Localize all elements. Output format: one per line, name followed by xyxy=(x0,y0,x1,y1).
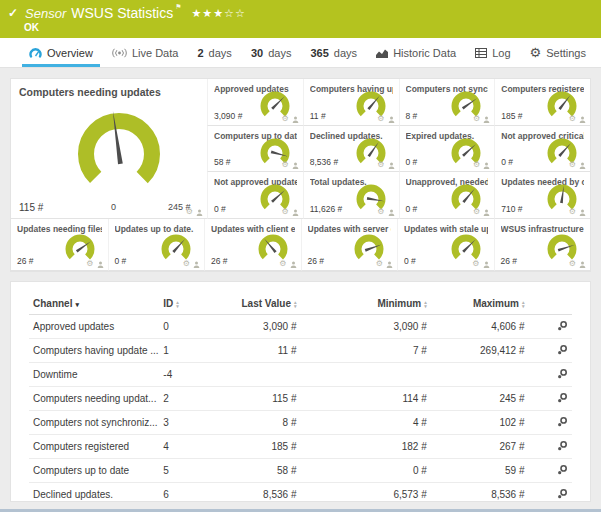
gear-icon[interactable]: ⚙ xyxy=(282,115,289,123)
gear-icon[interactable]: ⚙ xyxy=(183,260,190,268)
minimum-cell: 0 # xyxy=(300,459,430,483)
column-header-max[interactable]: Maximum▴▾ xyxy=(431,292,529,315)
person-icon[interactable] xyxy=(579,162,586,169)
last-value-cell: 3,090 # xyxy=(208,315,300,339)
bottom-gauges-row: Updates needing files.26 #⚙Updates up to… xyxy=(11,219,590,271)
last-value-cell: 8 # xyxy=(208,411,300,435)
gauge-cell: Not approved critical o...0 #⚙ xyxy=(494,126,590,173)
id-cell: 1 xyxy=(159,339,208,363)
gauge-value: 26 # xyxy=(211,256,228,266)
gauge-value: 11 # xyxy=(310,111,326,121)
tab-label: days xyxy=(268,47,291,59)
tab-label: Overview xyxy=(47,47,93,59)
channel-settings-icon[interactable] xyxy=(557,464,568,475)
gauge-cell: Updates needed by co...710 #⚙ xyxy=(494,172,590,219)
tab-historic-data[interactable]: Historic Data xyxy=(367,38,465,67)
gear-icon[interactable]: ⚙ xyxy=(569,115,576,123)
tab-overview[interactable]: Overview xyxy=(20,38,102,67)
gear-icon[interactable]: ⚙ xyxy=(282,208,289,216)
gauge-value: 26 # xyxy=(501,256,518,266)
person-icon[interactable] xyxy=(483,209,490,216)
gear-icon[interactable]: ⚙ xyxy=(186,208,193,216)
channel-settings-icon[interactable] xyxy=(557,440,568,451)
primary-gauge-cell: Computers needing updates 115 # 0 245 # … xyxy=(11,79,207,219)
gear-icon[interactable]: ⚙ xyxy=(377,115,384,123)
gear-icon[interactable]: ⚙ xyxy=(279,260,286,268)
gauge-value: 0 # xyxy=(214,204,226,214)
column-label: Last Value xyxy=(241,298,290,309)
gauge-cell: Not approved updates0 #⚙ xyxy=(207,172,303,219)
gear-icon[interactable]: ⚙ xyxy=(473,115,480,123)
gauge-cell: Updates with server err...26 #⚙ xyxy=(301,219,398,271)
gauge-value: 8,536 # xyxy=(310,157,338,167)
gear-icon[interactable]: ⚙ xyxy=(569,260,576,268)
gear-icon[interactable]: ⚙ xyxy=(376,260,383,268)
channel-settings-icon[interactable] xyxy=(557,368,568,379)
column-header-min[interactable]: Minimum▴▾ xyxy=(300,292,430,315)
gear-icon[interactable]: ⚙ xyxy=(377,208,384,216)
channel-cell: Computers having update ... xyxy=(29,339,159,363)
tab-365-days[interactable]: 365days xyxy=(301,38,366,67)
person-icon[interactable] xyxy=(97,261,104,268)
gauge-value: 0 # xyxy=(406,157,418,167)
small-gauges-grid: Approved updates3,090 #⚙Computers having… xyxy=(207,79,590,219)
column-label: Channel xyxy=(33,298,72,309)
person-icon[interactable] xyxy=(292,116,299,123)
person-icon[interactable] xyxy=(292,209,299,216)
column-header-id[interactable]: ID▴▾ xyxy=(159,292,208,315)
person-icon[interactable] xyxy=(579,209,586,216)
person-icon[interactable] xyxy=(483,261,490,268)
gear-icon[interactable]: ⚙ xyxy=(472,260,479,268)
tab-number: 2 xyxy=(197,47,203,59)
person-icon[interactable] xyxy=(483,162,490,169)
person-icon[interactable] xyxy=(193,261,200,268)
gear-icon[interactable]: ⚙ xyxy=(569,161,576,169)
column-header-channel[interactable]: Channel▾ xyxy=(29,292,159,315)
person-icon[interactable] xyxy=(292,162,299,169)
tab-2-days[interactable]: 2days xyxy=(188,38,240,67)
person-icon[interactable] xyxy=(579,116,586,123)
channel-settings-icon[interactable] xyxy=(557,488,568,499)
person-icon[interactable] xyxy=(196,209,203,216)
settings-icon: ⚙ xyxy=(530,46,542,59)
person-icon[interactable] xyxy=(388,209,395,216)
gear-icon[interactable]: ⚙ xyxy=(569,208,576,216)
gear-icon[interactable]: ⚙ xyxy=(473,161,480,169)
person-icon[interactable] xyxy=(290,261,297,268)
last-value-cell: 185 # xyxy=(208,435,300,459)
historic-data-icon xyxy=(376,48,388,58)
tab-log[interactable]: Log xyxy=(466,38,519,67)
person-icon[interactable] xyxy=(579,261,586,268)
channels-table-panel: Channel▾ID▴▾Last Value▴▾Minimum▴▾Maximum… xyxy=(10,281,591,502)
last-value-cell xyxy=(208,363,300,387)
gear-icon[interactable]: ⚙ xyxy=(473,208,480,216)
gauges-panel: Computers needing updates 115 # 0 245 # … xyxy=(10,78,591,272)
gauge-value: 115 # xyxy=(19,202,43,213)
gear-icon[interactable]: ⚙ xyxy=(86,260,93,268)
person-icon[interactable] xyxy=(483,116,490,123)
gear-icon[interactable]: ⚙ xyxy=(282,161,289,169)
id-cell: 4 xyxy=(159,435,208,459)
person-icon[interactable] xyxy=(386,261,393,268)
id-cell: 2 xyxy=(159,387,208,411)
flag-icon: ⚑ xyxy=(175,3,181,11)
channel-settings-icon[interactable] xyxy=(557,320,568,331)
table-row: Downtime-4 xyxy=(29,363,572,387)
gear-icon[interactable]: ⚙ xyxy=(377,161,384,169)
priority-stars[interactable]: ★★★☆☆ xyxy=(191,7,245,20)
tab-30-days[interactable]: 30days xyxy=(242,38,301,67)
tab-settings[interactable]: ⚙Settings xyxy=(521,38,595,67)
gauge-value: 710 # xyxy=(501,204,522,214)
channel-settings-icon[interactable] xyxy=(557,416,568,427)
channel-settings-icon[interactable] xyxy=(557,344,568,355)
person-icon[interactable] xyxy=(388,162,395,169)
person-icon[interactable] xyxy=(388,116,395,123)
minimum-cell: 3,090 # xyxy=(300,315,430,339)
tab-label: days xyxy=(209,47,232,59)
channel-cell: Downtime xyxy=(29,363,159,387)
tab-live-data[interactable]: Live Data xyxy=(103,38,187,67)
last-value-cell: 115 # xyxy=(208,387,300,411)
channel-settings-icon[interactable] xyxy=(557,392,568,403)
column-header-last[interactable]: Last Value▴▾ xyxy=(208,292,300,315)
minimum-cell: 7 # xyxy=(300,339,430,363)
